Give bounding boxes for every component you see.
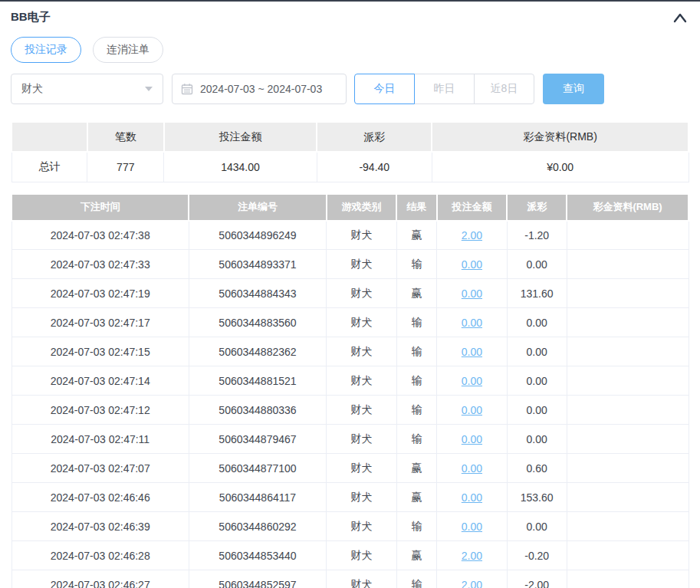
game-type-cell: 财犬 [327, 279, 397, 308]
order-number-cell: 5060344884343 [189, 279, 326, 308]
summary-header-bonus: 彩金资料(RMB) [432, 122, 688, 152]
header-bet-amount: 投注金额 [437, 194, 508, 221]
bet-amount-link[interactable]: 0.00 [462, 287, 482, 300]
table-row: 2024-07-03 02:47:175060344883560财犬输0.000… [12, 308, 688, 337]
header-bet-time: 下注时间 [12, 194, 189, 221]
summary-header-bet-amount: 投注金额 [164, 122, 317, 152]
quick-range-last8days[interactable]: 近8日 [474, 74, 534, 104]
payout-cell: -0.20 [507, 541, 567, 570]
bet-amount-cell: 2.00 [437, 541, 508, 570]
result-cell: 输 [396, 366, 436, 396]
quick-range-yesterday[interactable]: 昨日 [414, 74, 475, 104]
summary-header-count: 笔数 [87, 122, 164, 152]
summary-header-payout: 派彩 [317, 122, 432, 152]
order-number-cell: 5060344896249 [189, 221, 326, 250]
bet-amount-link[interactable]: 0.00 [462, 404, 482, 416]
game-type-cell: 财犬 [327, 250, 397, 279]
result-cell: 输 [396, 512, 436, 541]
record-type-tabs: 投注记录 连消注单 [11, 37, 689, 63]
bet-amount-link[interactable]: 2.00 [462, 579, 482, 588]
bonus-cell [567, 541, 688, 570]
game-type-cell: 财犬 [327, 425, 397, 454]
result-cell: 赢 [396, 279, 436, 308]
chevron-down-icon [145, 87, 153, 91]
query-button[interactable]: 查询 [543, 74, 604, 104]
collapse-button[interactable] [671, 11, 689, 25]
summary-header-row: 笔数 投注金额 派彩 彩金资料(RMB) [12, 122, 688, 152]
summary-total-row: 总计 777 1434.00 -94.40 ¥0.00 [12, 152, 688, 182]
chevron-up-icon [672, 12, 688, 23]
order-number-cell: 5060344853440 [189, 541, 326, 570]
result-cell: 输 [396, 337, 436, 366]
bet-amount-link[interactable]: 0.00 [462, 346, 482, 358]
bet-amount-cell: 0.00 [437, 279, 508, 308]
result-cell: 输 [396, 308, 436, 337]
bet-amount-link[interactable]: 0.00 [462, 317, 482, 329]
tab-bet-records[interactable]: 投注记录 [11, 37, 81, 63]
table-row: 2024-07-03 02:47:335060344893371财犬输0.000… [12, 250, 688, 279]
bet-amount-cell: 2.00 [437, 221, 508, 250]
result-cell: 输 [396, 396, 436, 425]
payout-cell: 0.00 [507, 512, 567, 541]
bet-amount-cell: 0.00 [437, 250, 508, 279]
game-type-cell: 财犬 [327, 396, 397, 425]
summary-total-bet-amount: 1434.00 [164, 152, 317, 182]
order-number-cell: 5060344880336 [189, 396, 326, 425]
bonus-cell [567, 337, 688, 366]
table-row: 2024-07-03 02:46:395060344860292财犬输0.000… [12, 512, 688, 541]
date-range-input[interactable]: 2024-07-03 ~ 2024-07-03 [172, 74, 347, 104]
bet-amount-cell: 0.00 [437, 425, 508, 454]
bet-amount-cell: 0.00 [437, 396, 508, 425]
game-type-cell: 财犬 [327, 570, 397, 588]
game-type-cell: 财犬 [327, 483, 397, 512]
bonus-cell [567, 396, 688, 425]
bet-amount-link[interactable]: 0.00 [462, 521, 482, 533]
bet-amount-link[interactable]: 0.00 [462, 433, 482, 445]
bet-time-cell: 2024-07-03 02:47:19 [12, 279, 189, 308]
bet-amount-link[interactable]: 2.00 [462, 550, 482, 562]
tab-cancelled-orders[interactable]: 连消注单 [93, 37, 163, 63]
payout-cell: -1.20 [507, 221, 567, 250]
header-order-number: 注单编号 [189, 194, 326, 221]
game-type-cell: 财犬 [327, 512, 397, 541]
bet-amount-link[interactable]: 2.00 [462, 229, 482, 241]
payout-cell: 153.60 [507, 483, 567, 512]
result-cell: 输 [396, 425, 436, 454]
bet-time-cell: 2024-07-03 02:47:15 [12, 337, 189, 366]
payout-cell: 0.00 [507, 396, 567, 425]
bonus-cell [567, 366, 688, 396]
game-type-cell: 财犬 [327, 454, 397, 483]
table-row: 2024-07-03 02:46:465060344864117财犬赢0.001… [12, 483, 688, 512]
payout-cell: -2.00 [507, 570, 567, 588]
payout-cell: 0.00 [507, 366, 567, 396]
panel-title: BB电子 [11, 10, 51, 25]
bet-amount-link[interactable]: 0.00 [462, 258, 482, 271]
bet-amount-link[interactable]: 0.00 [462, 462, 482, 475]
bet-amount-link[interactable]: 0.00 [462, 491, 482, 504]
payout-cell: 0.00 [507, 425, 567, 454]
bonus-cell [567, 425, 688, 454]
order-number-cell: 5060344852597 [189, 570, 326, 588]
order-number-cell: 5060344860292 [189, 512, 326, 541]
table-row: 2024-07-03 02:47:075060344877100财犬赢0.000… [12, 454, 688, 483]
game-select[interactable]: 财犬 [11, 74, 163, 104]
quick-range-today[interactable]: 今日 [354, 74, 415, 104]
bet-time-cell: 2024-07-03 02:46:28 [12, 541, 189, 570]
summary-total-bonus: ¥0.00 [432, 152, 688, 182]
date-range-value: 2024-07-03 ~ 2024-07-03 [200, 83, 322, 95]
bet-amount-cell: 0.00 [437, 337, 508, 366]
bet-time-cell: 2024-07-03 02:47:07 [12, 454, 189, 483]
calendar-icon [181, 83, 193, 95]
bet-time-cell: 2024-07-03 02:46:46 [12, 483, 189, 512]
bonus-cell [567, 308, 688, 337]
bonus-cell [567, 483, 688, 512]
bet-amount-cell: 2.00 [437, 570, 508, 588]
header-payout: 派彩 [507, 194, 567, 221]
bet-amount-link[interactable]: 0.00 [462, 375, 482, 387]
bet-amount-cell: 0.00 [437, 308, 508, 337]
quick-range-group: 今日 昨日 近8日 [354, 74, 534, 104]
summary-header-empty [12, 122, 87, 152]
order-number-cell: 5060344883560 [189, 308, 326, 337]
order-number-cell: 5060344882362 [189, 337, 326, 366]
header-game-type: 游戏类别 [327, 194, 397, 221]
